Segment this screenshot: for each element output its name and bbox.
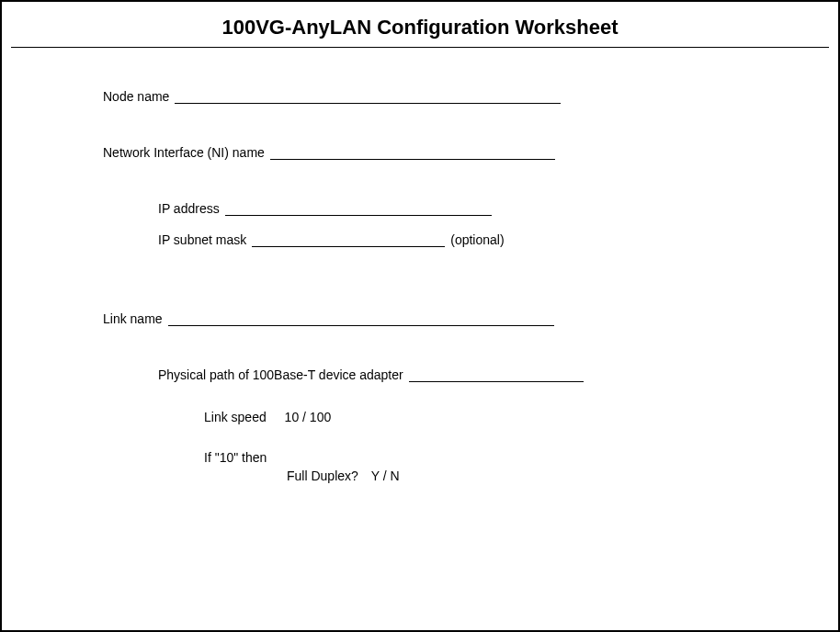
if10-label: If "10" then [204, 450, 829, 465]
worksheet-title: 100VG-AnyLAN Configuration Worksheet [11, 16, 829, 40]
node-name-row: Node name [103, 89, 829, 104]
ip-subnet-label: IP subnet mask [158, 232, 246, 247]
ni-name-row: Network Interface (NI) name [103, 145, 829, 160]
ip-subnet-row: IP subnet mask (optional) [158, 232, 829, 247]
link-name-label: Link name [103, 311, 163, 326]
title-divider [11, 47, 829, 48]
ip-section: IP address IP subnet mask (optional) [103, 201, 829, 247]
ip-address-blank[interactable] [225, 203, 492, 216]
physical-path-section: Physical path of 100Base-T device adapte… [103, 367, 829, 382]
full-duplex-value[interactable]: Y / N [371, 468, 400, 483]
link-speed-section: Link speed 10 / 100 If "10" then [103, 410, 829, 465]
link-name-row: Link name [103, 311, 829, 326]
full-duplex-label: Full Duplex? [287, 468, 358, 483]
full-duplex-row: Full Duplex? Y / N [103, 468, 829, 483]
physical-path-row: Physical path of 100Base-T device adapte… [158, 367, 829, 382]
ip-address-label: IP address [158, 201, 220, 216]
ip-subnet-suffix: (optional) [450, 232, 504, 247]
ni-name-blank[interactable] [270, 147, 555, 160]
worksheet-content: Node name Network Interface (NI) name IP… [11, 89, 829, 483]
link-speed-value[interactable]: 10 / 100 [285, 410, 332, 424]
worksheet-frame: 100VG-AnyLAN Configuration Worksheet Nod… [0, 0, 840, 632]
link-name-blank[interactable] [168, 313, 554, 326]
physical-path-label: Physical path of 100Base-T device adapte… [158, 367, 403, 382]
link-speed-row: Link speed 10 / 100 [204, 410, 829, 424]
physical-path-blank[interactable] [409, 369, 584, 382]
ip-subnet-blank[interactable] [252, 234, 445, 247]
node-name-label: Node name [103, 89, 169, 104]
link-speed-label: Link speed [204, 410, 267, 424]
ni-name-label: Network Interface (NI) name [103, 145, 265, 160]
ip-address-row: IP address [158, 201, 829, 216]
node-name-blank[interactable] [175, 91, 561, 104]
